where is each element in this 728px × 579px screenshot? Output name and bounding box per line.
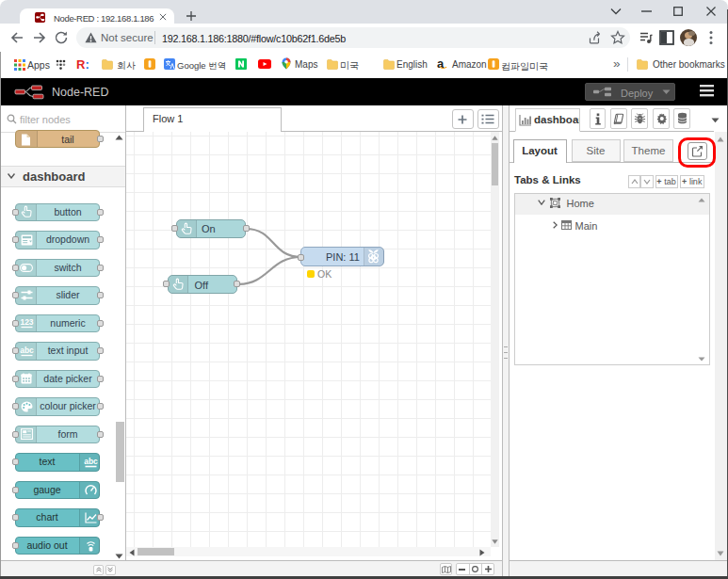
svg-text:abc: abc — [84, 457, 98, 466]
svg-text:123: 123 — [20, 317, 33, 327]
svg-text:abc: abc — [20, 346, 34, 355]
